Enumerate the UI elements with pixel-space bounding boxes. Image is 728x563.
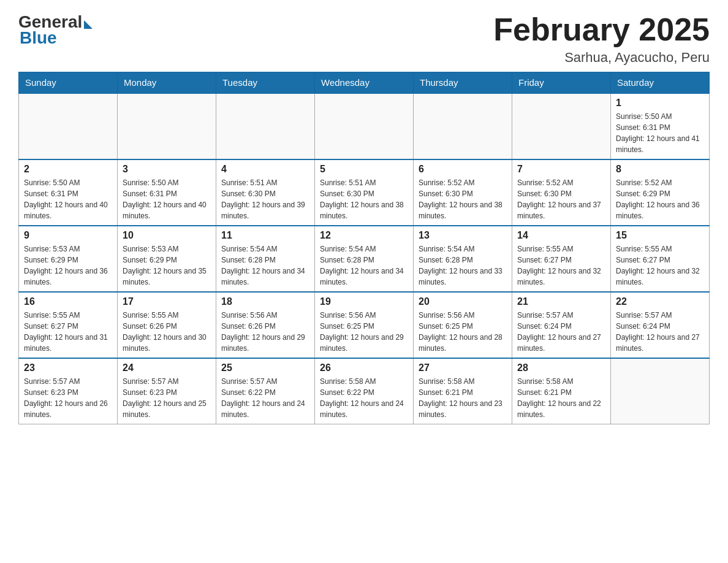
day-info: Sunrise: 5:57 AMSunset: 6:24 PMDaylight:… <box>616 310 704 354</box>
day-number: 12 <box>320 230 408 241</box>
day-number: 14 <box>517 230 605 241</box>
calendar-day-cell: 24Sunrise: 5:57 AMSunset: 6:23 PMDayligh… <box>118 358 216 424</box>
title-block: February 2025 Sarhua, Ayacucho, Peru <box>493 12 710 66</box>
calendar-day-cell: 5Sunrise: 5:51 AMSunset: 6:30 PMDaylight… <box>315 159 414 226</box>
calendar-day-cell <box>611 358 710 424</box>
day-number: 9 <box>24 230 112 241</box>
day-info: Sunrise: 5:52 AMSunset: 6:30 PMDaylight:… <box>517 177 605 221</box>
day-info: Sunrise: 5:57 AMSunset: 6:24 PMDaylight:… <box>517 310 605 354</box>
calendar-day-cell: 4Sunrise: 5:51 AMSunset: 6:30 PMDaylight… <box>216 159 315 226</box>
day-number: 24 <box>123 362 211 373</box>
calendar-day-cell: 10Sunrise: 5:53 AMSunset: 6:29 PMDayligh… <box>118 226 216 292</box>
day-number: 17 <box>123 296 211 307</box>
calendar-week-row: 1Sunrise: 5:50 AMSunset: 6:31 PMDaylight… <box>19 93 710 159</box>
day-info: Sunrise: 5:56 AMSunset: 6:25 PMDaylight:… <box>419 310 507 354</box>
calendar-header-row: SundayMondayTuesdayWednesdayThursdayFrid… <box>19 72 710 94</box>
day-number: 4 <box>221 164 309 175</box>
day-number: 23 <box>24 362 112 373</box>
day-info: Sunrise: 5:54 AMSunset: 6:28 PMDaylight:… <box>320 243 408 288</box>
day-number: 26 <box>320 362 408 373</box>
day-info: Sunrise: 5:54 AMSunset: 6:28 PMDaylight:… <box>221 243 309 288</box>
calendar-day-cell: 21Sunrise: 5:57 AMSunset: 6:24 PMDayligh… <box>512 292 611 358</box>
day-of-week-header: Thursday <box>414 72 512 94</box>
day-number: 20 <box>419 296 507 307</box>
day-number: 7 <box>517 164 605 175</box>
calendar-day-cell <box>512 93 611 159</box>
calendar-day-cell: 22Sunrise: 5:57 AMSunset: 6:24 PMDayligh… <box>611 292 710 358</box>
calendar-day-cell: 15Sunrise: 5:55 AMSunset: 6:27 PMDayligh… <box>611 226 710 292</box>
calendar-day-cell: 26Sunrise: 5:58 AMSunset: 6:22 PMDayligh… <box>315 358 414 424</box>
logo-arrow-icon <box>84 20 93 29</box>
day-info: Sunrise: 5:50 AMSunset: 6:31 PMDaylight:… <box>24 177 112 221</box>
calendar-day-cell: 27Sunrise: 5:58 AMSunset: 6:21 PMDayligh… <box>414 358 512 424</box>
day-number: 19 <box>320 296 408 307</box>
day-info: Sunrise: 5:58 AMSunset: 6:21 PMDaylight:… <box>517 376 605 420</box>
day-of-week-header: Tuesday <box>216 72 315 94</box>
calendar-day-cell: 19Sunrise: 5:56 AMSunset: 6:25 PMDayligh… <box>315 292 414 358</box>
calendar-day-cell: 17Sunrise: 5:55 AMSunset: 6:26 PMDayligh… <box>118 292 216 358</box>
day-info: Sunrise: 5:57 AMSunset: 6:23 PMDaylight:… <box>24 376 112 420</box>
calendar-day-cell <box>414 93 512 159</box>
day-of-week-header: Wednesday <box>315 72 414 94</box>
calendar-day-cell <box>216 93 315 159</box>
calendar-day-cell: 23Sunrise: 5:57 AMSunset: 6:23 PMDayligh… <box>19 358 118 424</box>
calendar-day-cell: 11Sunrise: 5:54 AMSunset: 6:28 PMDayligh… <box>216 226 315 292</box>
calendar-day-cell: 16Sunrise: 5:55 AMSunset: 6:27 PMDayligh… <box>19 292 118 358</box>
day-number: 2 <box>24 164 112 175</box>
day-info: Sunrise: 5:53 AMSunset: 6:29 PMDaylight:… <box>24 243 112 288</box>
day-info: Sunrise: 5:57 AMSunset: 6:22 PMDaylight:… <box>221 376 309 420</box>
day-info: Sunrise: 5:52 AMSunset: 6:30 PMDaylight:… <box>419 177 507 221</box>
day-info: Sunrise: 5:52 AMSunset: 6:29 PMDaylight:… <box>616 177 704 221</box>
page-header: General Blue February 2025 Sarhua, Ayacu… <box>18 12 710 66</box>
day-info: Sunrise: 5:58 AMSunset: 6:21 PMDaylight:… <box>419 376 507 420</box>
day-number: 5 <box>320 164 408 175</box>
day-number: 8 <box>616 164 704 175</box>
day-number: 1 <box>616 98 704 109</box>
day-info: Sunrise: 5:58 AMSunset: 6:22 PMDaylight:… <box>320 376 408 420</box>
day-number: 11 <box>221 230 309 241</box>
day-info: Sunrise: 5:55 AMSunset: 6:27 PMDaylight:… <box>616 243 704 288</box>
day-info: Sunrise: 5:55 AMSunset: 6:27 PMDaylight:… <box>517 243 605 288</box>
calendar-week-row: 2Sunrise: 5:50 AMSunset: 6:31 PMDaylight… <box>19 159 710 226</box>
day-of-week-header: Saturday <box>611 72 710 94</box>
day-of-week-header: Friday <box>512 72 611 94</box>
day-info: Sunrise: 5:50 AMSunset: 6:31 PMDaylight:… <box>616 111 704 155</box>
day-of-week-header: Sunday <box>19 72 118 94</box>
day-info: Sunrise: 5:51 AMSunset: 6:30 PMDaylight:… <box>221 177 309 221</box>
day-info: Sunrise: 5:55 AMSunset: 6:26 PMDaylight:… <box>123 310 211 354</box>
day-number: 22 <box>616 296 704 307</box>
day-number: 25 <box>221 362 309 373</box>
calendar-title: February 2025 <box>493 12 710 47</box>
calendar-table: SundayMondayTuesdayWednesdayThursdayFrid… <box>18 72 710 424</box>
day-info: Sunrise: 5:50 AMSunset: 6:31 PMDaylight:… <box>123 177 211 221</box>
day-info: Sunrise: 5:55 AMSunset: 6:27 PMDaylight:… <box>24 310 112 354</box>
day-info: Sunrise: 5:56 AMSunset: 6:25 PMDaylight:… <box>320 310 408 354</box>
calendar-day-cell: 18Sunrise: 5:56 AMSunset: 6:26 PMDayligh… <box>216 292 315 358</box>
calendar-day-cell: 12Sunrise: 5:54 AMSunset: 6:28 PMDayligh… <box>315 226 414 292</box>
calendar-week-row: 23Sunrise: 5:57 AMSunset: 6:23 PMDayligh… <box>19 358 710 424</box>
day-number: 21 <box>517 296 605 307</box>
day-info: Sunrise: 5:56 AMSunset: 6:26 PMDaylight:… <box>221 310 309 354</box>
day-info: Sunrise: 5:51 AMSunset: 6:30 PMDaylight:… <box>320 177 408 221</box>
calendar-subtitle: Sarhua, Ayacucho, Peru <box>493 50 710 66</box>
calendar-day-cell: 13Sunrise: 5:54 AMSunset: 6:28 PMDayligh… <box>414 226 512 292</box>
calendar-day-cell: 2Sunrise: 5:50 AMSunset: 6:31 PMDaylight… <box>19 159 118 226</box>
calendar-day-cell: 7Sunrise: 5:52 AMSunset: 6:30 PMDaylight… <box>512 159 611 226</box>
day-number: 3 <box>123 164 211 175</box>
logo-blue-text: Blue <box>18 28 57 48</box>
day-number: 28 <box>517 362 605 373</box>
calendar-day-cell: 28Sunrise: 5:58 AMSunset: 6:21 PMDayligh… <box>512 358 611 424</box>
day-info: Sunrise: 5:54 AMSunset: 6:28 PMDaylight:… <box>419 243 507 288</box>
day-info: Sunrise: 5:57 AMSunset: 6:23 PMDaylight:… <box>123 376 211 420</box>
calendar-day-cell: 1Sunrise: 5:50 AMSunset: 6:31 PMDaylight… <box>611 93 710 159</box>
day-number: 13 <box>419 230 507 241</box>
calendar-day-cell: 3Sunrise: 5:50 AMSunset: 6:31 PMDaylight… <box>118 159 216 226</box>
calendar-day-cell: 14Sunrise: 5:55 AMSunset: 6:27 PMDayligh… <box>512 226 611 292</box>
day-number: 27 <box>419 362 507 373</box>
calendar-week-row: 9Sunrise: 5:53 AMSunset: 6:29 PMDaylight… <box>19 226 710 292</box>
day-number: 15 <box>616 230 704 241</box>
calendar-day-cell <box>19 93 118 159</box>
logo: General Blue <box>18 12 93 48</box>
calendar-week-row: 16Sunrise: 5:55 AMSunset: 6:27 PMDayligh… <box>19 292 710 358</box>
calendar-day-cell: 6Sunrise: 5:52 AMSunset: 6:30 PMDaylight… <box>414 159 512 226</box>
